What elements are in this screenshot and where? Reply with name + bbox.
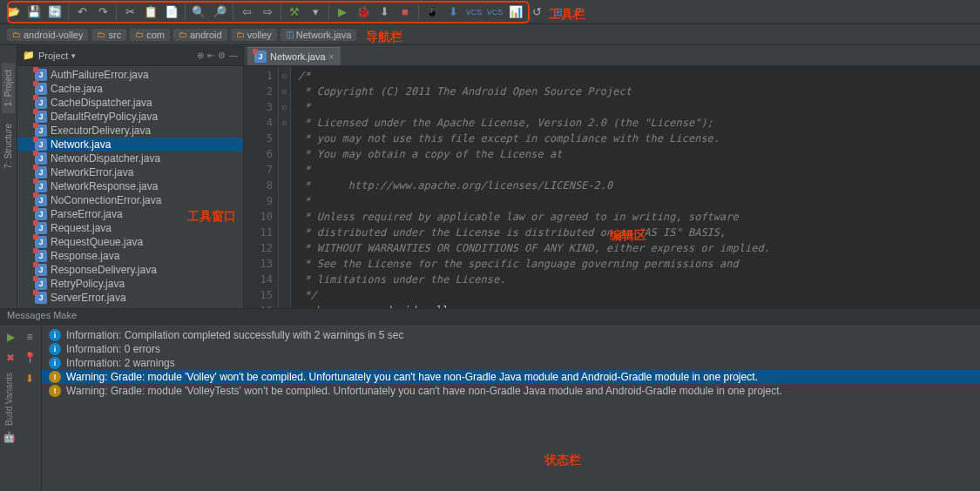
message-text: Information: 2 warnings xyxy=(66,357,175,369)
code-area[interactable]: /* * Copyright (C) 2011 The Android Open… xyxy=(291,66,980,308)
redo-icon[interactable]: ↷ xyxy=(93,3,112,22)
tree-item[interactable]: NetworkDispatcher.java xyxy=(17,151,243,165)
file-name: RequestQueue.java xyxy=(51,236,143,248)
project-tool-window: 📁 Project ▾ ⊕ ⇤ ⚙ — AuthFailureError.jav… xyxy=(17,45,244,308)
message-item[interactable]: !Warning: Gradle: module 'Volley' won't … xyxy=(42,370,980,384)
help-icon[interactable]: ? xyxy=(569,3,588,22)
java-file-icon xyxy=(35,236,47,248)
vcs-update-icon[interactable]: VCS xyxy=(485,3,504,22)
java-file-icon xyxy=(35,166,47,178)
find-icon[interactable]: 🔍 xyxy=(189,3,208,22)
main-area: 1: Project 7: Structure 📁 Project ▾ ⊕ ⇤ … xyxy=(0,45,980,308)
message-text: Warning: Gradle: module 'VolleyTests' wo… xyxy=(66,385,782,397)
project-header: 📁 Project ▾ ⊕ ⇤ ⚙ — xyxy=(17,45,243,66)
undo-icon[interactable]: ↶ xyxy=(72,3,91,22)
message-item[interactable]: iInformation: 2 warnings xyxy=(42,356,980,370)
messages-title: Messages Make xyxy=(0,309,980,325)
sync-icon[interactable]: 🔄 xyxy=(45,3,64,22)
filter-icon[interactable]: ≡ xyxy=(21,328,38,346)
tree-item[interactable]: ParseError.java xyxy=(17,207,243,221)
rerun-icon[interactable]: ▶ xyxy=(2,328,19,346)
tree-item[interactable]: ExecutorDelivery.java xyxy=(17,124,243,138)
stop-icon[interactable]: ■ xyxy=(395,3,415,22)
tab-build-variants[interactable]: Build Variants xyxy=(4,373,14,426)
message-text: Warning: Gradle: module 'Volley' won't b… xyxy=(66,371,758,383)
target-icon[interactable]: ⊕ xyxy=(197,50,204,60)
tree-item[interactable]: Network.java xyxy=(17,138,243,151)
tree-item[interactable]: Request.java xyxy=(17,221,243,235)
run-icon[interactable]: ▶ xyxy=(333,3,352,22)
chevron-down-icon[interactable]: ▾ xyxy=(71,51,76,60)
revert-icon[interactable]: ↺ xyxy=(527,3,546,22)
editor-tab-network[interactable]: Network.java × xyxy=(247,47,341,65)
forward-icon[interactable]: ⇨ xyxy=(258,3,277,22)
java-file-icon xyxy=(35,278,47,290)
tree-item[interactable]: Response.java xyxy=(17,249,243,263)
close-messages-icon[interactable]: ✖ xyxy=(2,349,19,367)
message-text: Information: 0 errors xyxy=(66,343,160,355)
tree-item[interactable]: RequestQueue.java xyxy=(17,235,243,249)
open-icon[interactable]: 📂 xyxy=(3,3,23,22)
java-file-icon xyxy=(35,83,47,95)
message-item[interactable]: iInformation: 0 errors xyxy=(42,342,980,356)
tree-item[interactable]: CacheDispatcher.java xyxy=(17,96,243,110)
monitor-icon[interactable]: 📊 xyxy=(506,3,525,22)
editor-body[interactable]: 12345678910111213141516171819202122 ⊟⊟⊟⊟… xyxy=(244,66,980,308)
breadcrumb-item[interactable]: 🗀volley xyxy=(231,29,277,41)
breadcrumb-item[interactable]: 🗀android xyxy=(173,29,227,41)
folder-icon: 🗀 xyxy=(12,30,21,39)
breadcrumb-item[interactable]: ◫Network.java xyxy=(280,29,357,41)
debug-icon[interactable]: 🐞 xyxy=(354,3,373,22)
file-name: Network.java xyxy=(51,138,111,151)
messages-list[interactable]: iInformation: Compilation completed succ… xyxy=(42,325,980,491)
tree-item[interactable]: NetworkError.java xyxy=(17,165,243,179)
tree-item[interactable]: AuthFailureError.java xyxy=(17,68,243,82)
folder-icon: 🗀 xyxy=(97,30,105,39)
tab-structure[interactable]: 7: Structure xyxy=(2,117,15,176)
paste-icon[interactable]: 📄 xyxy=(162,3,181,22)
tree-item[interactable]: ResponseDelivery.java xyxy=(17,263,243,277)
breadcrumb-label: volley xyxy=(247,30,272,40)
run-config-dropdown-icon[interactable]: ▾ xyxy=(306,3,325,22)
tab-project[interactable]: 1: Project xyxy=(2,63,15,113)
back-icon[interactable]: ⇦ xyxy=(237,3,256,22)
breadcrumb-label: com xyxy=(146,30,165,40)
avd-icon[interactable]: 📱 xyxy=(422,3,442,22)
replace-icon[interactable]: 🔎 xyxy=(210,3,229,22)
file-tree[interactable]: AuthFailureError.javaCache.javaCacheDisp… xyxy=(17,66,243,308)
cut-icon[interactable]: ✂ xyxy=(120,3,139,22)
tree-item[interactable]: Cache.java xyxy=(17,82,243,96)
tree-item[interactable]: NoConnectionError.java xyxy=(17,193,243,207)
sdk-icon[interactable]: ⬇ xyxy=(443,3,463,22)
close-icon[interactable]: × xyxy=(329,52,335,62)
collapse-icon[interactable]: ⇤ xyxy=(207,50,214,60)
gear-icon[interactable]: ⚙ xyxy=(218,50,226,60)
file-name: NoConnectionError.java xyxy=(51,194,161,206)
java-file-icon xyxy=(35,180,47,192)
make-icon[interactable]: ⚒ xyxy=(285,3,304,22)
hide-icon[interactable]: — xyxy=(229,50,238,60)
save-icon[interactable]: 💾 xyxy=(24,3,44,22)
message-item[interactable]: iInformation: Compilation completed succ… xyxy=(42,328,980,342)
android-icon[interactable]: 🤖 xyxy=(3,431,16,443)
tree-item[interactable]: NetworkResponse.java xyxy=(17,179,243,193)
tree-item[interactable]: ServerError.java xyxy=(17,291,243,305)
folder-icon: 🗀 xyxy=(179,30,187,39)
editor-area: Network.java × 1234567891011121314151617… xyxy=(244,45,980,308)
structure-icon[interactable]: ⊞ xyxy=(548,3,567,22)
copy-icon[interactable]: 📋 xyxy=(141,3,160,22)
export-icon[interactable]: ⬇ xyxy=(21,370,38,387)
breadcrumb-item[interactable]: 🗀com xyxy=(130,29,170,41)
project-icon: 📁 xyxy=(23,50,35,61)
folder-icon: 🗀 xyxy=(236,30,245,39)
fold-gutter[interactable]: ⊟⊟⊟⊟ xyxy=(279,66,291,308)
breadcrumb-item[interactable]: 🗀android-volley xyxy=(7,29,88,41)
breadcrumb-item[interactable]: 🗀src xyxy=(91,29,126,41)
pin-icon[interactable]: 📍 xyxy=(21,349,38,367)
vcs-icon[interactable]: VCS xyxy=(464,3,483,22)
message-item[interactable]: !Warning: Gradle: module 'VolleyTests' w… xyxy=(42,384,980,398)
attach-icon[interactable]: ⬇ xyxy=(375,3,394,22)
tree-item[interactable]: DefaultRetryPolicy.java xyxy=(17,110,243,124)
file-name: NetworkResponse.java xyxy=(51,180,158,192)
tree-item[interactable]: RetryPolicy.java xyxy=(17,277,243,291)
